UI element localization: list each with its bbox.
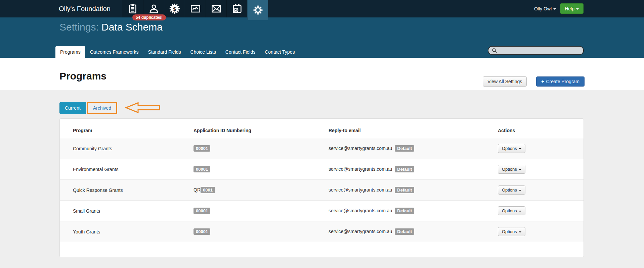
user-menu[interactable]: Olly Owl — [534, 0, 556, 17]
tab-choice-lists[interactable]: Choice Lists — [185, 46, 220, 58]
heading-actions: View All Settings +Create Program — [483, 76, 585, 87]
filter-toggle: Current Archived — [59, 102, 117, 114]
actions-cell: Options — [498, 206, 570, 215]
nav-reports-button[interactable] — [185, 0, 206, 17]
current-filter-button[interactable]: Current — [59, 102, 86, 114]
reply-to-cell: service@smartygrants.com.auDefault — [329, 228, 498, 235]
default-badge: Default — [395, 187, 414, 193]
reply-to-cell: service@smartygrants.com.auDefault — [329, 166, 498, 172]
reply-to-email: service@smartygrants.com.au — [329, 208, 392, 213]
actions-cell: Options — [498, 144, 570, 153]
options-button[interactable]: Options — [498, 206, 525, 215]
brand-title: Olly's Foundation — [59, 0, 111, 17]
page-title-prefix: Settings: — [59, 21, 99, 33]
id-badge: 0001 — [201, 187, 215, 193]
options-button-label: Options — [502, 146, 517, 151]
nav-mail-button[interactable] — [206, 0, 226, 17]
options-button-label: Options — [502, 208, 517, 213]
options-button-label: Options — [502, 187, 517, 193]
chevron-down-icon — [519, 148, 521, 150]
reply-to-email: service@smartygrants.com.au — [329, 229, 392, 234]
create-program-label: Create Program — [546, 79, 579, 84]
dollar-gear-icon: $ — [169, 3, 180, 14]
table-row: Youth Grants 00001 service@smartygrants.… — [60, 221, 584, 242]
tab-contact-types[interactable]: Contact Types — [260, 46, 299, 58]
reply-to-email: service@smartygrants.com.au — [329, 146, 392, 151]
options-button-label: Options — [502, 229, 517, 234]
chevron-down-icon — [553, 8, 556, 10]
tab-programs[interactable]: Programs — [55, 46, 85, 58]
application-id-cell: 00001 — [194, 208, 329, 214]
tab-contact-fields[interactable]: Contact Fields — [221, 46, 260, 58]
program-name: Community Grants — [73, 146, 194, 151]
duplicates-badge[interactable]: 54 duplicates! — [132, 14, 166, 20]
section-title: Programs — [59, 70, 106, 82]
table-row: Community Grants 00001 service@smartygra… — [60, 138, 584, 159]
table-row: Quick Response Grants QR0001 service@sma… — [60, 180, 584, 201]
column-header-actions: Actions — [498, 128, 570, 138]
table-header-row: Program Application ID Numbering Reply-t… — [60, 119, 584, 138]
view-all-settings-button[interactable]: View All Settings — [483, 76, 527, 87]
user-menu-label: Olly Owl — [534, 6, 552, 11]
id-badge: 00001 — [194, 208, 210, 214]
options-button-label: Options — [502, 167, 517, 172]
id-badge: 00001 — [194, 145, 210, 152]
nav-scheduled-button[interactable] — [226, 0, 247, 17]
program-name: Quick Response Grants — [73, 187, 194, 193]
program-name: Small Grants — [73, 208, 194, 214]
options-button[interactable]: Options — [498, 165, 525, 174]
screen: Olly's Foundation — [0, 0, 644, 268]
program-name: Youth Grants — [73, 229, 194, 234]
id-badge: 00001 — [194, 166, 210, 172]
plus-icon: + — [541, 79, 544, 84]
content-area: Current Archived Program Application ID … — [0, 90, 644, 268]
reply-to-email: service@smartygrants.com.au — [329, 187, 392, 193]
default-badge: Default — [395, 166, 414, 172]
help-button[interactable]: Help — [560, 3, 584, 14]
options-button[interactable]: Options — [498, 185, 525, 195]
search-icon — [492, 48, 497, 53]
application-id-cell: 00001 — [194, 228, 329, 235]
chevron-down-icon — [576, 8, 579, 10]
archived-filter-button[interactable]: Archived — [88, 103, 116, 113]
search-box[interactable] — [488, 46, 584, 55]
clipboard-icon — [128, 4, 138, 14]
gear-icon — [253, 5, 263, 15]
top-navbar: Olly's Foundation — [0, 0, 644, 17]
application-id-cell: 00001 — [194, 145, 329, 152]
tab-standard-fields[interactable]: Standard Fields — [143, 46, 185, 58]
chevron-down-icon — [519, 169, 521, 170]
annotation-arrow — [125, 102, 161, 114]
chevron-down-icon — [519, 231, 521, 233]
annotation-highlight-box: Archived — [87, 102, 117, 114]
table-row: Small Grants 00001 service@smartygrants.… — [60, 201, 584, 221]
page-heading-band: Programs View All Settings +Create Progr… — [0, 58, 644, 90]
default-badge: Default — [395, 208, 414, 214]
tab-outcomes-frameworks[interactable]: Outcomes Frameworks — [85, 46, 143, 58]
actions-cell: Options — [498, 185, 570, 195]
nav-settings-button[interactable] — [247, 0, 268, 20]
envelope-icon — [211, 3, 222, 14]
page-title-main: Data Schema — [101, 21, 163, 33]
reply-to-cell: service@smartygrants.com.auDefault — [329, 145, 498, 152]
reply-to-cell: service@smartygrants.com.auDefault — [329, 208, 498, 214]
application-id-cell: QR0001 — [194, 187, 329, 193]
id-badge: 00001 — [194, 228, 210, 235]
options-button[interactable]: Options — [498, 144, 525, 153]
search-input[interactable] — [500, 48, 580, 53]
navbar-icon-menu: $ — [122, 0, 268, 20]
calendar-check-icon — [232, 3, 243, 14]
table-row: Environmental Grants 00001 service@smart… — [60, 159, 584, 180]
settings-tab-bar: Programs Outcomes Frameworks Standard Fi… — [55, 46, 299, 58]
create-program-button[interactable]: +Create Program — [536, 76, 585, 87]
svg-text:$: $ — [173, 6, 177, 12]
person-icon — [148, 3, 159, 14]
help-button-label: Help — [565, 6, 574, 11]
page-title: Settings: Data Schema — [59, 21, 163, 33]
options-button[interactable]: Options — [498, 227, 525, 236]
reply-to-cell: service@smartygrants.com.auDefault — [329, 187, 498, 193]
nav-financials-button[interactable]: $ — [164, 0, 185, 17]
column-header-application-id: Application ID Numbering — [194, 128, 329, 138]
reply-to-email: service@smartygrants.com.au — [329, 166, 392, 172]
column-header-reply-to: Reply-to email — [329, 128, 498, 138]
